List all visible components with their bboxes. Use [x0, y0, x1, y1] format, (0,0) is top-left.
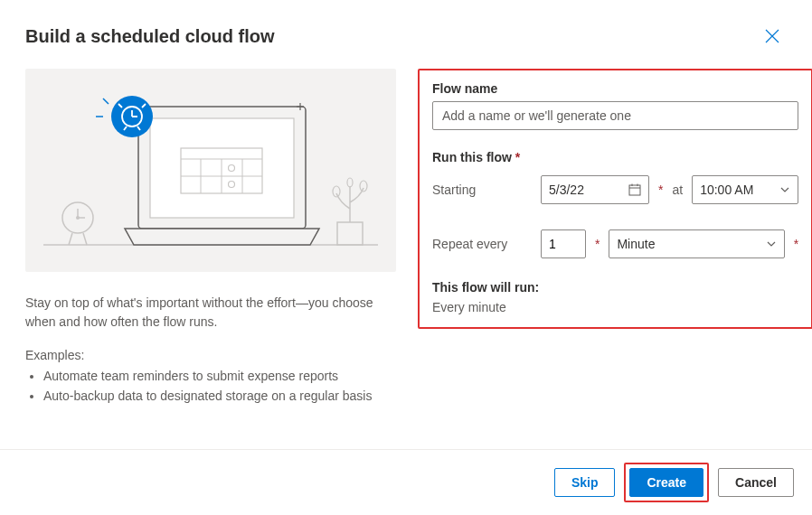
flow-name-input[interactable]	[432, 101, 798, 130]
create-button-highlight: Create	[624, 463, 709, 502]
skip-button[interactable]: Skip	[554, 468, 616, 497]
run-this-flow-label: Run this flow *	[432, 150, 798, 164]
starting-date-value: 5/3/22	[549, 183, 584, 197]
cancel-button[interactable]: Cancel	[718, 468, 794, 497]
repeat-value-input[interactable]	[541, 229, 586, 258]
starting-time-value: 10:00 AM	[700, 183, 753, 197]
required-asterisk: *	[794, 237, 798, 251]
dialog-description: Stay on top of what's important without …	[25, 294, 396, 332]
dialog-title: Build a scheduled cloud flow	[25, 26, 275, 47]
required-asterisk: *	[658, 183, 663, 197]
svg-rect-31	[629, 185, 640, 195]
repeat-unit-select[interactable]: Minute	[609, 229, 784, 258]
calendar-icon	[628, 183, 641, 196]
examples-label: Examples:	[25, 348, 396, 362]
flow-name-label: Flow name	[432, 81, 798, 96]
required-asterisk: *	[595, 237, 600, 251]
example-item: Automate team reminders to submit expens…	[43, 366, 396, 386]
starting-label: Starting	[432, 183, 532, 197]
form-panel: Flow name Run this flow * Starting 5/3/2…	[418, 69, 812, 329]
illustration	[25, 69, 396, 272]
examples-list: Automate team reminders to submit expens…	[25, 366, 396, 407]
svg-line-6	[83, 233, 87, 245]
run-summary-text: Every minute	[432, 300, 798, 314]
example-item: Auto-backup data to designated storage o…	[43, 386, 396, 406]
chevron-down-icon	[779, 184, 790, 195]
starting-time-input[interactable]: 10:00 AM	[692, 175, 798, 204]
dialog-footer: Skip Create Cancel	[0, 449, 812, 515]
repeat-every-label: Repeat every	[432, 237, 532, 251]
run-summary-label: This flow will run:	[432, 280, 798, 295]
close-button[interactable]	[758, 22, 787, 51]
svg-point-9	[360, 181, 367, 192]
svg-point-10	[347, 178, 353, 187]
at-label: at	[672, 183, 683, 197]
svg-rect-7	[337, 222, 363, 245]
svg-point-8	[333, 186, 340, 197]
repeat-unit-value: Minute	[617, 237, 655, 251]
starting-date-input[interactable]: 5/3/22	[541, 175, 649, 204]
create-button[interactable]: Create	[629, 468, 703, 497]
svg-line-28	[103, 98, 109, 104]
chevron-down-icon	[766, 239, 777, 249]
svg-line-5	[69, 233, 72, 245]
close-icon	[765, 29, 779, 43]
